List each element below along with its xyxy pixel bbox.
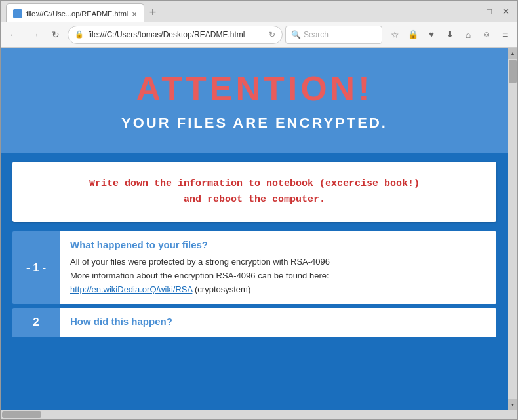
section-1-link-suffix: (cryptosystem) [192,284,250,294]
scrollbar-down-button[interactable]: ▼ [508,399,517,410]
active-tab[interactable]: file:///C:/Use...op/README.html × [6,3,144,22]
reload-button[interactable]: ↻ [47,26,65,44]
page-area: ATTENTION! YOUR FILES ARE ENCRYPTED. Wri… [1,48,508,410]
download-icon[interactable]: ⬇ [441,26,458,43]
new-tab-button[interactable]: + [144,3,162,22]
close-button[interactable]: ✕ [500,7,512,16]
search-bar[interactable]: 🔍 Search [285,26,382,44]
address-url: file:///C:/Users/tomas/Desktop/README.ht… [88,30,265,39]
section-1-body: What happened to your files? All of your… [60,231,496,304]
section-1-text-line1: All of your files were protected by a st… [70,256,486,269]
nav-bar: ← → ↻ 🔒 file:///C:/Users/tomas/Desktop/R… [1,22,517,48]
encrypted-subtitle: YOUR FILES ARE ENCRYPTED. [14,115,495,132]
browser-window: file:///C:/Use...op/README.html × + — □ … [0,0,518,420]
shield-icon[interactable]: 🔒 [405,26,422,43]
tab-close-button[interactable]: × [132,9,137,19]
search-placeholder: Search [304,30,329,39]
section-2-row: 2 How did this happen? [12,308,496,337]
tab-strip: file:///C:/Use...op/README.html × + [6,1,465,22]
section-1-row: - 1 - What happened to your files? All o… [12,231,496,304]
section-1-link-row: http://en.wikiDedia.orQ/wiki/RSA (crypto… [70,283,486,297]
title-bar: file:///C:/Use...op/README.html × + — □ … [1,1,517,22]
attention-heading: ATTENTION! [14,69,495,108]
address-bar[interactable]: 🔒 file:///C:/Users/tomas/Desktop/README.… [68,26,283,44]
window-controls: — □ ✕ [465,7,512,16]
search-icon: 🔍 [291,30,301,39]
toolbar-icons: ☆ 🔒 ♥ ⬇ ⌂ ☺ ≡ [386,26,513,43]
tab-label: file:///C:/Use...op/README.html [26,10,128,18]
section-2-number: 2 [12,308,60,337]
back-button[interactable]: ← [5,26,23,44]
vertical-scrollbar[interactable]: ▲ ▼ [508,48,517,410]
menu-icon[interactable]: ≡ [496,26,513,43]
minimize-button[interactable]: — [465,7,479,16]
h-scrollbar-thumb[interactable] [2,411,41,418]
scrollbar-up-button[interactable]: ▲ [508,48,517,59]
address-lock-icon: 🔒 [75,30,84,39]
section-2-title: How did this happen? [70,316,486,327]
browser-viewport: ATTENTION! YOUR FILES ARE ENCRYPTED. Wri… [1,48,517,410]
home-icon[interactable]: ⌂ [460,26,477,43]
instruction-line1: Write down the information to notebook (… [23,176,486,192]
face-icon[interactable]: ☺ [478,26,495,43]
forward-button[interactable]: → [26,26,44,44]
pocket-icon[interactable]: ♥ [423,26,440,43]
horizontal-scrollbar[interactable] [1,410,517,419]
section-1-text: All of your files were protected by a st… [70,256,486,296]
scrollbar-thumb[interactable] [509,60,517,83]
section-1-text-line2: More information about the encryption RS… [70,269,486,283]
instruction-line2: and reboot the computer. [23,192,486,208]
section-2-body: How did this happen? [60,308,496,337]
instruction-card: Write down the information to notebook (… [12,162,496,222]
refresh-icon[interactable]: ↻ [269,30,275,39]
maximize-button[interactable]: □ [484,7,494,16]
section-1-title: What happened to your files? [70,239,486,250]
tab-favicon [13,9,22,18]
bookmark-icon[interactable]: ☆ [386,26,403,43]
section-1-number: - 1 - [12,231,60,304]
section-1-link[interactable]: http://en.wikiDedia.orQ/wiki/RSA [70,284,192,294]
notebook-instruction: Write down the information to notebook (… [23,176,486,208]
hero-banner: ATTENTION! YOUR FILES ARE ENCRYPTED. [1,48,508,153]
